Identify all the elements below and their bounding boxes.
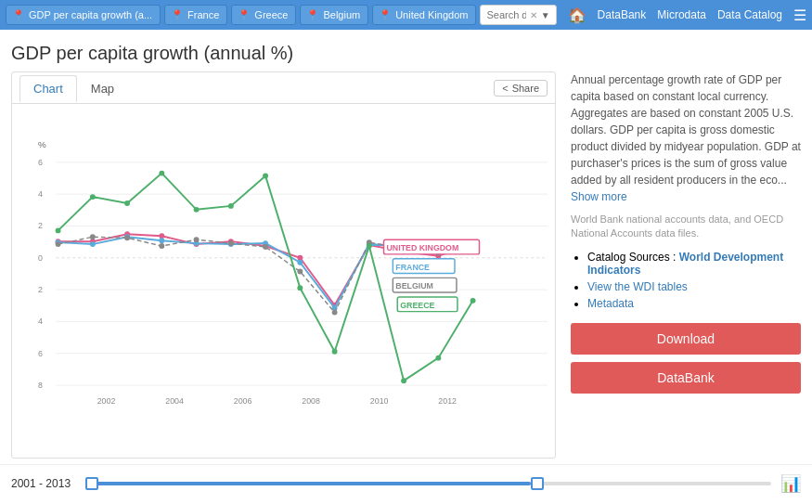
svg-point-64 bbox=[124, 200, 130, 206]
slider-track bbox=[85, 482, 771, 485]
svg-point-49 bbox=[56, 241, 61, 247]
svg-text:-6: -6 bbox=[38, 349, 43, 358]
svg-point-57 bbox=[332, 310, 338, 316]
svg-point-56 bbox=[297, 269, 303, 275]
pin-icon-uk: 📍 bbox=[379, 9, 392, 21]
share-label: Share bbox=[512, 83, 539, 94]
nav-tag-france-label: France bbox=[187, 9, 219, 20]
page-title: GDP per capita growth (annual %) bbox=[0, 30, 812, 71]
svg-text:FRANCE: FRANCE bbox=[395, 263, 430, 272]
svg-point-70 bbox=[332, 349, 338, 355]
svg-text:%: % bbox=[38, 139, 46, 149]
search-input[interactable] bbox=[486, 9, 525, 20]
pin-icon-belgium: 📍 bbox=[306, 9, 319, 21]
svg-text:-8: -8 bbox=[38, 381, 43, 390]
tab-chart[interactable]: Chart bbox=[19, 75, 77, 102]
svg-point-71 bbox=[367, 243, 372, 249]
sidebar-links: Catalog Sources : World Development Indi… bbox=[571, 251, 801, 310]
nav-tag-belgium[interactable]: 📍 Belgium bbox=[300, 5, 368, 25]
svg-point-72 bbox=[401, 378, 406, 383]
svg-point-54 bbox=[228, 240, 234, 246]
svg-text:2002: 2002 bbox=[97, 396, 116, 406]
nav-microdata-link[interactable]: Microdata bbox=[657, 8, 706, 21]
nav-tag-gdp-label: GDP per capita growth (a... bbox=[29, 9, 152, 20]
svg-point-67 bbox=[228, 203, 234, 209]
right-sidebar: Annual percentage growth rate of GDP per… bbox=[571, 71, 801, 459]
svg-point-37 bbox=[90, 241, 96, 247]
chart-area: % 6 4 2 0 -2 -4 -6 -8 2002 bbox=[12, 104, 555, 458]
year-range: 2001 - 2013 bbox=[11, 477, 76, 490]
nav-datacatalog-link[interactable]: Data Catalog bbox=[717, 8, 782, 21]
svg-point-73 bbox=[435, 355, 441, 361]
nav-right: 🏠 DataBank Microdata Data Catalog ☰ bbox=[568, 6, 806, 24]
svg-text:2010: 2010 bbox=[370, 396, 389, 406]
sidebar-description: Annual percentage growth rate of GDP per… bbox=[571, 71, 801, 205]
hamburger-menu-icon[interactable]: ☰ bbox=[793, 6, 806, 24]
slider-handle-right[interactable] bbox=[531, 477, 544, 490]
svg-text:6: 6 bbox=[38, 158, 43, 167]
chart-tabs: Chart Map < Share bbox=[12, 72, 555, 104]
svg-text:BELGIUM: BELGIUM bbox=[395, 281, 433, 291]
svg-text:GREECE: GREECE bbox=[400, 301, 434, 310]
sidebar-link-item-wdi: View the WDI tables bbox=[587, 280, 801, 293]
chart-svg: % 6 4 2 0 -2 -4 -6 -8 2002 bbox=[38, 108, 548, 435]
svg-point-65 bbox=[159, 171, 164, 176]
svg-text:2: 2 bbox=[38, 221, 43, 230]
svg-point-39 bbox=[159, 238, 164, 243]
svg-point-69 bbox=[297, 285, 303, 291]
year-range-slider[interactable] bbox=[85, 474, 771, 493]
pin-icon-france: 📍 bbox=[171, 9, 184, 21]
pin-icon: 📍 bbox=[12, 9, 25, 21]
share-icon: < bbox=[502, 83, 508, 94]
nav-tag-uk[interactable]: 📍 United Kingdom bbox=[372, 5, 476, 25]
search-box[interactable]: ✕ ▼ bbox=[480, 5, 556, 25]
download-button[interactable]: Download bbox=[571, 323, 801, 355]
pin-icon-greece: 📍 bbox=[238, 9, 251, 21]
main-content: Chart Map < Share % 6 bbox=[0, 71, 812, 459]
svg-text:2008: 2008 bbox=[302, 396, 320, 406]
nav-databank-link[interactable]: DataBank bbox=[598, 8, 647, 21]
chart-panel: Chart Map < Share % 6 bbox=[11, 71, 556, 459]
nav-tag-uk-label: United Kingdom bbox=[395, 9, 468, 20]
nav-tag-france[interactable]: 📍 France bbox=[164, 5, 227, 25]
svg-text:-2: -2 bbox=[38, 285, 43, 294]
clear-search-icon[interactable]: ✕ bbox=[530, 10, 537, 20]
svg-point-62 bbox=[56, 227, 61, 233]
svg-text:4: 4 bbox=[38, 189, 43, 199]
slider-fill bbox=[85, 482, 531, 485]
show-more-link[interactable]: Show more bbox=[571, 190, 627, 203]
tab-map[interactable]: Map bbox=[77, 75, 128, 102]
bar-chart-icon[interactable]: 📊 bbox=[780, 473, 801, 494]
nav-tag-greece-label: Greece bbox=[254, 9, 288, 20]
svg-point-53 bbox=[194, 237, 200, 242]
svg-text:-4: -4 bbox=[38, 317, 43, 326]
svg-point-52 bbox=[159, 243, 164, 249]
svg-point-43 bbox=[297, 260, 303, 265]
svg-text:0: 0 bbox=[38, 253, 43, 263]
svg-point-55 bbox=[263, 244, 268, 250]
bottom-bar: 2001 - 2013 📊 bbox=[0, 464, 812, 501]
slider-handle-left[interactable] bbox=[85, 477, 98, 490]
top-nav: 📍 GDP per capita growth (a... 📍 France 📍… bbox=[0, 0, 812, 30]
databank-button[interactable]: DataBank bbox=[571, 362, 801, 394]
svg-point-50 bbox=[90, 234, 96, 239]
home-icon[interactable]: 🏠 bbox=[568, 6, 586, 24]
nav-tag-gdp[interactable]: 📍 GDP per capita growth (a... bbox=[6, 5, 161, 25]
svg-text:UNITED KINGDOM: UNITED KINGDOM bbox=[386, 243, 458, 252]
nav-tag-greece[interactable]: 📍 Greece bbox=[231, 5, 296, 25]
svg-text:2006: 2006 bbox=[234, 396, 252, 406]
svg-point-66 bbox=[194, 207, 200, 213]
sidebar-source: World Bank national accounts data, and O… bbox=[571, 213, 801, 241]
svg-text:2012: 2012 bbox=[438, 396, 457, 406]
svg-point-63 bbox=[90, 194, 96, 200]
wdi-tables-link[interactable]: View the WDI tables bbox=[587, 280, 688, 293]
nav-tag-belgium-label: Belgium bbox=[323, 9, 360, 20]
share-button[interactable]: < Share bbox=[494, 80, 548, 97]
svg-point-51 bbox=[124, 235, 130, 240]
metadata-link[interactable]: Metadata bbox=[587, 297, 634, 310]
sidebar-link-item-catalog: Catalog Sources : World Development Indi… bbox=[587, 251, 801, 277]
svg-point-68 bbox=[263, 174, 268, 179]
search-dropdown-icon[interactable]: ▼ bbox=[541, 10, 550, 20]
svg-text:2004: 2004 bbox=[165, 396, 184, 406]
sidebar-link-item-metadata: Metadata bbox=[587, 297, 801, 310]
